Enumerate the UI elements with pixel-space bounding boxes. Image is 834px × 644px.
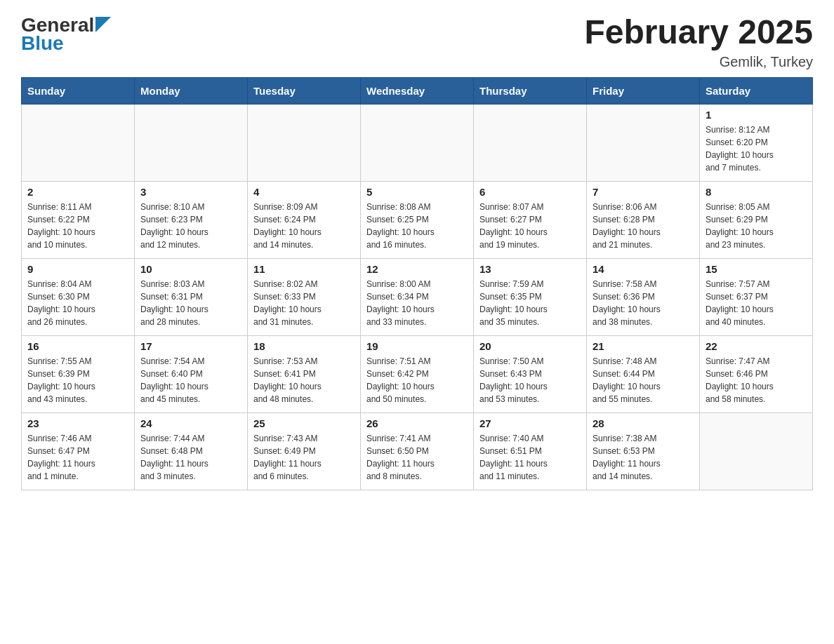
day-number: 18 — [253, 340, 355, 352]
day-info: and 11 minutes. — [479, 470, 581, 483]
day-info: Sunset: 6:42 PM — [366, 368, 468, 380]
day-info: Daylight: 10 hours — [479, 303, 581, 316]
day-number: 16 — [27, 340, 128, 352]
calendar-cell: 24Sunrise: 7:44 AMSunset: 6:48 PMDayligh… — [135, 412, 248, 490]
calendar-cell — [587, 104, 700, 181]
day-number: 15 — [706, 263, 807, 275]
header-tuesday: Tuesday — [248, 77, 361, 104]
day-info: Sunset: 6:22 PM — [27, 213, 128, 226]
calendar-cell: 16Sunrise: 7:55 AMSunset: 6:39 PMDayligh… — [22, 335, 135, 412]
day-info: and 8 minutes. — [366, 470, 468, 483]
day-info: and 50 minutes. — [366, 393, 468, 405]
calendar-cell: 10Sunrise: 8:03 AMSunset: 6:31 PMDayligh… — [135, 258, 248, 335]
day-info: Sunset: 6:31 PM — [140, 290, 241, 303]
calendar-cell: 13Sunrise: 7:59 AMSunset: 6:35 PMDayligh… — [474, 258, 587, 335]
day-info: Sunrise: 7:44 AM — [140, 432, 241, 445]
day-info: and 14 minutes. — [593, 470, 694, 483]
day-info: and 26 minutes. — [27, 316, 128, 328]
calendar-cell: 19Sunrise: 7:51 AMSunset: 6:42 PMDayligh… — [361, 335, 474, 412]
day-info: Sunset: 6:40 PM — [140, 368, 241, 380]
day-number: 24 — [140, 417, 241, 429]
calendar-cell: 23Sunrise: 7:46 AMSunset: 6:47 PMDayligh… — [22, 412, 135, 490]
day-info: and 45 minutes. — [140, 393, 241, 405]
day-info: and 3 minutes. — [140, 470, 241, 483]
day-number: 14 — [593, 263, 694, 275]
day-info: Sunrise: 7:57 AM — [706, 278, 807, 290]
calendar-cell: 3Sunrise: 8:10 AMSunset: 6:23 PMDaylight… — [135, 181, 248, 258]
header-monday: Monday — [135, 77, 248, 104]
day-info: Daylight: 11 hours — [140, 457, 241, 470]
day-info: and 21 minutes. — [593, 239, 694, 251]
calendar-cell — [474, 104, 587, 181]
day-info: Daylight: 10 hours — [366, 380, 468, 393]
calendar-cell — [248, 104, 361, 181]
calendar-cell: 7Sunrise: 8:06 AMSunset: 6:28 PMDaylight… — [587, 181, 700, 258]
day-info: and 53 minutes. — [479, 393, 581, 405]
day-info: Sunrise: 7:38 AM — [593, 432, 694, 445]
day-info: Sunrise: 7:55 AM — [27, 355, 128, 368]
day-number: 20 — [479, 340, 581, 352]
day-info: Daylight: 10 hours — [593, 380, 694, 393]
calendar-cell: 14Sunrise: 7:58 AMSunset: 6:36 PMDayligh… — [587, 258, 700, 335]
day-info: Sunrise: 7:41 AM — [366, 432, 468, 445]
day-number: 23 — [27, 417, 128, 429]
day-info: Sunrise: 7:54 AM — [140, 355, 241, 368]
day-info: Daylight: 10 hours — [366, 303, 468, 316]
day-number: 12 — [366, 263, 468, 275]
day-info: Sunrise: 8:02 AM — [253, 278, 355, 290]
calendar-cell: 4Sunrise: 8:09 AMSunset: 6:24 PMDaylight… — [248, 181, 361, 258]
day-number: 7 — [593, 186, 694, 198]
calendar-cell: 2Sunrise: 8:11 AMSunset: 6:22 PMDaylight… — [22, 181, 135, 258]
day-info: Daylight: 11 hours — [253, 457, 355, 470]
day-info: and 43 minutes. — [27, 393, 128, 405]
day-info: Sunrise: 8:03 AM — [140, 278, 241, 290]
day-number: 1 — [706, 109, 807, 121]
day-info: Sunset: 6:30 PM — [27, 290, 128, 303]
calendar-cell — [700, 412, 813, 490]
day-info: Sunrise: 7:40 AM — [479, 432, 581, 445]
day-info: Daylight: 10 hours — [140, 380, 241, 393]
day-info: and 33 minutes. — [366, 316, 468, 328]
day-number: 4 — [253, 186, 355, 198]
day-info: and 1 minute. — [27, 470, 128, 483]
day-info: Sunrise: 7:53 AM — [253, 355, 355, 368]
day-info: and 28 minutes. — [140, 316, 241, 328]
day-info: Sunset: 6:51 PM — [479, 445, 581, 457]
day-info: Daylight: 10 hours — [706, 226, 807, 239]
day-info: Sunset: 6:43 PM — [479, 368, 581, 380]
day-info: Daylight: 10 hours — [706, 380, 807, 393]
day-info: and 31 minutes. — [253, 316, 355, 328]
calendar-title: February 2025 — [584, 14, 813, 51]
week-row-3: 9Sunrise: 8:04 AMSunset: 6:30 PMDaylight… — [22, 258, 813, 335]
calendar-table: SundayMondayTuesdayWednesdayThursdayFrid… — [21, 77, 813, 490]
day-info: Sunset: 6:29 PM — [706, 213, 807, 226]
day-info: Daylight: 10 hours — [706, 303, 807, 316]
calendar-cell — [22, 104, 135, 181]
page-header: General Blue February 2025 Gemlik, Turke… — [21, 14, 813, 70]
day-info: Daylight: 10 hours — [140, 226, 241, 239]
day-info: Sunset: 6:20 PM — [706, 136, 807, 149]
day-info: Daylight: 11 hours — [27, 457, 128, 470]
day-info: Sunrise: 8:06 AM — [593, 201, 694, 213]
day-info: Daylight: 10 hours — [593, 303, 694, 316]
day-number: 27 — [479, 417, 581, 429]
header-friday: Friday — [587, 77, 700, 104]
calendar-cell: 25Sunrise: 7:43 AMSunset: 6:49 PMDayligh… — [248, 412, 361, 490]
day-number: 3 — [140, 186, 241, 198]
day-info: Sunset: 6:46 PM — [706, 368, 807, 380]
calendar-cell: 28Sunrise: 7:38 AMSunset: 6:53 PMDayligh… — [587, 412, 700, 490]
calendar-cell: 18Sunrise: 7:53 AMSunset: 6:41 PMDayligh… — [248, 335, 361, 412]
calendar-cell: 20Sunrise: 7:50 AMSunset: 6:43 PMDayligh… — [474, 335, 587, 412]
title-block: February 2025 Gemlik, Turkey — [584, 14, 813, 70]
header-sunday: Sunday — [22, 77, 135, 104]
week-row-2: 2Sunrise: 8:11 AMSunset: 6:22 PMDaylight… — [22, 181, 813, 258]
day-info: and 55 minutes. — [593, 393, 694, 405]
day-info: Daylight: 10 hours — [366, 226, 468, 239]
day-number: 25 — [253, 417, 355, 429]
header-thursday: Thursday — [474, 77, 587, 104]
day-info: Daylight: 10 hours — [27, 303, 128, 316]
day-number: 26 — [366, 417, 468, 429]
calendar-cell: 22Sunrise: 7:47 AMSunset: 6:46 PMDayligh… — [700, 335, 813, 412]
day-info: Sunset: 6:34 PM — [366, 290, 468, 303]
day-info: and 10 minutes. — [27, 239, 128, 251]
